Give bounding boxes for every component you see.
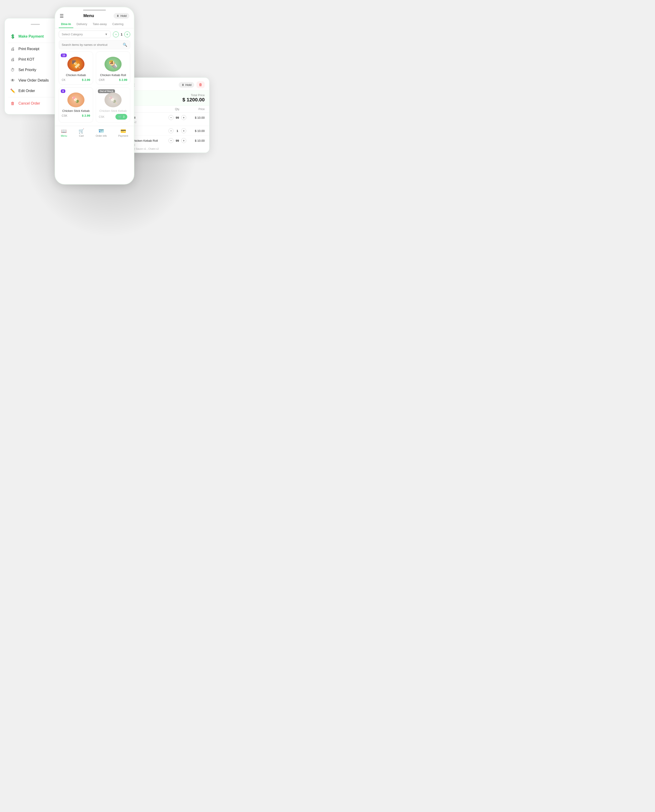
sidebar-item-print-receipt[interactable]: 🖨 Print Receipt [8,44,62,54]
cart-delete-button[interactable]: 🗑 [197,81,204,88]
cancel-order-label: Cancel Order [18,102,40,105]
chicken-kebab-footer: CK $ 2.99 [62,78,90,82]
menu-card-oos[interactable]: Out of Stock 🍡 Chicken Stick Kebab CSK 🛒… [96,87,130,123]
sidebar-item-print-kot[interactable]: 🖨 Print KOT [8,54,62,65]
item-2-price: $ 10.00 [189,129,204,133]
item-1-minus-button[interactable]: − [169,115,174,120]
chicken-kebab-image: 🍢 [68,57,85,72]
item-3-sub-price: $ 10.00 [125,143,204,147]
tab-dine-in[interactable]: Dine-In [59,20,73,28]
cart-pause-icon: ⏸ [181,83,185,86]
print-icon: 🖨 [10,46,15,51]
nav-cart-label: Cart [79,134,84,137]
chicken-stick-code: CSK [62,114,68,117]
view-icon: 👁 [10,78,15,83]
search-icon: 🔍 [123,43,127,47]
item-1-plus-button[interactable]: + [181,115,186,120]
sidebar-item-view-order[interactable]: 👁 View Order Details [8,75,62,86]
item-1-qty: 99 [175,116,180,119]
cart-count-button[interactable]: 🛒 3 [115,114,127,120]
phone-hold-label: Hold [120,14,126,17]
chicken-roll-footer: CKR $ 2.99 [99,78,127,82]
menu-card-chicken-kebab[interactable]: 15 🍢 Chicken Kebab CK $ 2.99 [59,51,93,85]
item-3-plus-button[interactable]: + [181,138,186,143]
payment-nav-icon: 💳 [120,128,126,134]
item-1-price: $ 10.00 [189,116,204,119]
chicken-kebab-code: CK [62,79,66,82]
cart-item-2-row: ...ages − 1 + $ 10.00 [125,128,204,133]
order-info-nav-icon: 🪪 [98,128,104,134]
chicken-stick-image: 🍡 [68,92,85,107]
chicken-stick-price: $ 2.99 [82,114,90,117]
cart-hold-label: Hold [185,83,191,86]
total-label: Total Price [125,93,204,97]
edit-icon: ✏️ [10,88,15,93]
set-priority-label: Set Priority [18,68,36,72]
item-2-qty: 1 [175,129,180,133]
notch-bar [83,9,106,11]
search-input[interactable] [62,43,121,46]
cart-item-1-row: ...b Roll − 99 + $ 10.00 [125,115,204,120]
panel-handle [31,24,40,25]
chicken-stick-footer: CSK $ 2.99 [62,114,90,117]
chicken-stick-name: Chicken Stick Kebab [62,109,90,112]
tab-take-away[interactable]: Take-away [91,20,109,28]
chicken-roll-name: Chicken Kebab Roll [99,73,127,77]
item-1-qty-control: − 99 + [166,115,189,120]
cart-icon: 🛒 [118,115,122,119]
badge-15: 15 [61,54,67,57]
chicken-roll-price: $ 2.99 [119,78,127,82]
nav-item-cart[interactable]: 🛒 Cart [78,128,84,137]
category-placeholder: Select Category [62,32,83,36]
nav-menu-label: Menu [61,134,67,137]
menu-nav-icon: 📖 [61,128,67,134]
badge-8: 8 [61,89,65,93]
nav-item-menu[interactable]: 📖 Menu [61,128,67,137]
sidebar-item-cancel-order[interactable]: 🗑 Cancel Order [8,98,62,109]
hamburger-icon[interactable]: ☰ [60,13,64,18]
qty-value: 1 [121,32,123,36]
menu-grid: 15 🍢 Chicken Kebab CK $ 2.99 🌯 Chicken K… [55,51,134,123]
quantity-control: − 1 + [113,31,130,37]
phone-hold-button[interactable]: ⏸ Hold [114,13,129,18]
category-select[interactable]: Select Category ▼ [59,31,111,38]
oos-name: Chicken Stick Kebab [99,109,127,112]
pause-icon: ⏸ [116,14,119,17]
category-row: Select Category ▼ − 1 + [55,28,134,40]
sidebar-item-edit-order[interactable]: ✏️ Edit Order [8,86,62,96]
item-3-sub: └ BBQ Sauce x1 , Chatni x2 [125,147,204,150]
oos-image: 🍡 [105,92,121,107]
nav-item-order-info[interactable]: 🪪 Order info [95,128,107,137]
qty-plus-button[interactable]: + [124,31,130,37]
edit-order-label: Edit Order [18,89,35,93]
tab-delivery[interactable]: Delivery [74,20,89,28]
priority-icon: ⏱ [10,68,15,72]
menu-card-chicken-kebab-roll[interactable]: 🌯 Chicken Kebab Roll CKR $ 2.99 [96,51,130,85]
nav-item-payment[interactable]: 💳 Payment [118,128,128,137]
sidebar-item-set-priority[interactable]: ⏱ Set Priority [8,65,62,75]
item-3-minus-button[interactable]: − [169,138,174,143]
chicken-roll-image: 🌯 [105,57,121,72]
item-2-minus-button[interactable]: − [169,128,174,133]
item-2-plus-button[interactable]: + [181,128,186,133]
cart-nav-icon: 🛒 [78,128,84,134]
chicken-kebab-price: $ 2.99 [82,78,90,82]
total-amount: $ 1200.00 [125,97,204,103]
dollar-icon: 💲 [10,34,15,39]
col-qty-header: Qty. [166,108,189,111]
item-3-price: $ 10.00 [189,139,204,142]
make-payment-label: Make Payment [18,34,44,39]
sidebar-item-make-payment[interactable]: 💲 Make Payment [8,31,62,42]
oos-code: CSK [99,115,105,119]
menu-card-chicken-stick[interactable]: 8 🍡 Chicken Stick Kebab CSK $ 2.99 [59,87,93,123]
tab-catering[interactable]: Catering [110,20,126,28]
divider-2 [8,97,62,97]
trash-icon: 🗑 [199,83,202,86]
item-1-sub: Chatni x2 [125,121,204,123]
search-bar[interactable]: 🔍 [59,40,130,49]
phone-mockup: ☰ Menu ⏸ Hold Dine-In Delivery Take-away… [55,7,134,185]
nav-order-info-label: Order info [95,134,107,137]
cart-hold-button[interactable]: ⏸ Hold [179,82,194,88]
chicken-kebab-name: Chicken Kebab [62,73,90,77]
qty-minus-button[interactable]: − [113,31,119,37]
